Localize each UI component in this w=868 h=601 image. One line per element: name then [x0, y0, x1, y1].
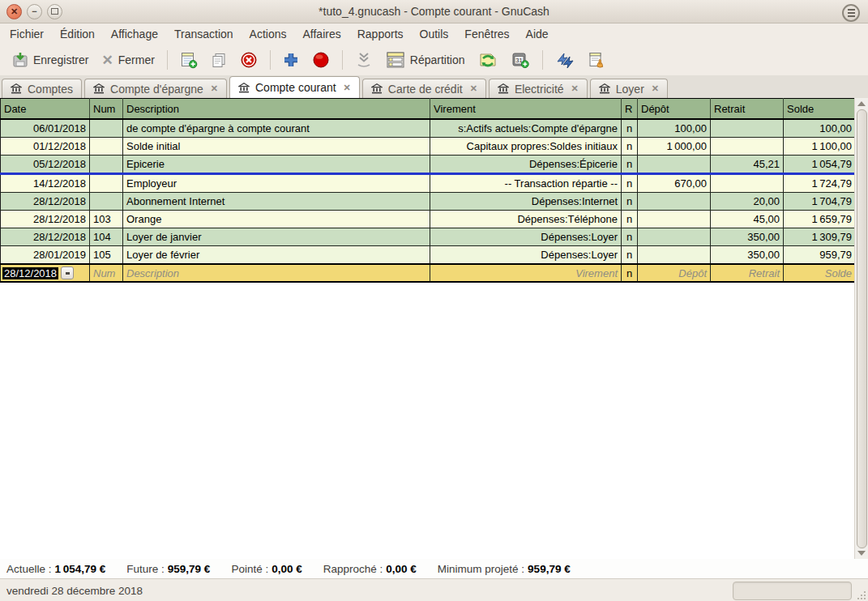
- cell-reconcile[interactable]: n: [622, 228, 638, 246]
- cell-num[interactable]: 104: [90, 228, 123, 246]
- cell-date[interactable]: 01/12/2018: [1, 138, 90, 156]
- transaction-row[interactable]: 05/12/2018 Epicerie Dépenses:Épicerie n …: [1, 156, 856, 174]
- close-register-button[interactable]: ✕ Fermer: [96, 49, 160, 72]
- tab-close-icon[interactable]: ✕: [468, 83, 477, 94]
- cell-virement-edit[interactable]: Virement: [430, 264, 622, 282]
- cell-description[interactable]: Solde initial: [123, 138, 430, 156]
- transaction-row[interactable]: 14/12/2018 Employeur -- Transaction répa…: [1, 174, 856, 193]
- scrollbar-thumb[interactable]: [857, 109, 867, 548]
- scroll-up-icon[interactable]: [857, 101, 866, 106]
- cell-description[interactable]: Employeur: [123, 174, 430, 193]
- resize-grip[interactable]: [857, 590, 866, 600]
- transaction-row[interactable]: 28/12/2018 103 Orange Dépenses:Téléphone…: [1, 211, 856, 228]
- cell-date[interactable]: 28/12/2018: [1, 193, 90, 211]
- blank-transaction-edit-row[interactable]: 28/12/2018 Num Description Virement n Dé…: [1, 264, 856, 282]
- blank-transaction-button[interactable]: [349, 48, 378, 72]
- cell-depot[interactable]: 1 000,00: [638, 138, 711, 156]
- cell-num[interactable]: [90, 138, 123, 156]
- cell-num[interactable]: 105: [90, 246, 123, 265]
- menu-rapports[interactable]: Rapports: [349, 25, 412, 43]
- date-input[interactable]: 28/12/2018: [2, 267, 58, 279]
- cell-virement[interactable]: s:Actifs actuels:Compte d'épargne: [430, 119, 622, 138]
- split-transaction-button[interactable]: Répartition: [380, 48, 471, 72]
- cell-depot[interactable]: [638, 228, 711, 246]
- tab-loyer[interactable]: Loyer ✕: [590, 79, 668, 98]
- cell-reconcile[interactable]: n: [622, 211, 638, 228]
- cell-date[interactable]: 28/12/2018: [1, 228, 90, 246]
- tab-compte-courant[interactable]: Compte courant ✕: [229, 76, 360, 98]
- enter-transaction-button[interactable]: [277, 49, 305, 71]
- cell-date[interactable]: 05/12/2018: [1, 156, 90, 174]
- tab-close-icon[interactable]: ✕: [570, 83, 579, 94]
- transaction-row[interactable]: 01/12/2018 Solde initial Capitaux propre…: [1, 138, 856, 156]
- save-button[interactable]: Enregistrer: [6, 49, 94, 71]
- cell-date[interactable]: 14/12/2018: [1, 174, 90, 193]
- cell-num[interactable]: [90, 156, 123, 174]
- transaction-row[interactable]: 06/01/2018 de compte d'épargne à compte …: [1, 119, 856, 138]
- cell-num[interactable]: [90, 174, 123, 193]
- cancel-transaction-button[interactable]: [306, 48, 336, 72]
- cell-retrait[interactable]: 45,00: [711, 211, 784, 228]
- new-transaction-button[interactable]: [174, 48, 203, 72]
- cell-num[interactable]: [90, 119, 123, 138]
- duplicate-transaction-button[interactable]: [205, 49, 233, 71]
- cell-virement[interactable]: -- Transaction répartie --: [430, 174, 622, 193]
- cell-reconcile[interactable]: n: [622, 174, 638, 193]
- transaction-row[interactable]: 28/12/2018 Abonnement Internet Dépenses:…: [1, 193, 856, 211]
- tab-comptes[interactable]: Comptes: [2, 79, 82, 98]
- cell-virement[interactable]: Dépenses:Loyer: [430, 246, 622, 265]
- cell-virement[interactable]: Capitaux propres:Soldes initiaux: [430, 138, 622, 156]
- cell-depot[interactable]: [638, 193, 711, 211]
- cell-num-edit[interactable]: Num: [90, 264, 123, 282]
- tab-compte-epargne[interactable]: Compte d'épargne ✕: [84, 79, 227, 98]
- menu-actions[interactable]: Actions: [242, 25, 295, 43]
- cell-depot[interactable]: [638, 211, 711, 228]
- cell-description[interactable]: Orange: [123, 211, 430, 228]
- cell-reconcile[interactable]: n: [622, 193, 638, 211]
- tab-close-icon[interactable]: ✕: [342, 83, 351, 93]
- menu-fenetres[interactable]: Fenêtres: [456, 25, 517, 43]
- cell-retrait[interactable]: [711, 119, 784, 138]
- delete-transaction-button[interactable]: [234, 48, 263, 72]
- schedule-button[interactable]: 31: [505, 48, 536, 72]
- cell-date-edit[interactable]: 28/12/2018: [1, 264, 90, 282]
- cell-retrait[interactable]: 20,00: [711, 193, 784, 211]
- menu-outils[interactable]: Outils: [412, 25, 457, 43]
- menu-affichage[interactable]: Affichage: [103, 25, 166, 43]
- jump-button[interactable]: [582, 48, 611, 72]
- cell-virement[interactable]: Dépenses:Loyer: [430, 228, 622, 246]
- exchange-button[interactable]: [472, 48, 503, 72]
- menu-aide[interactable]: Aide: [518, 25, 557, 43]
- menu-fichier[interactable]: Fichier: [2, 25, 52, 43]
- tab-electricite[interactable]: Electricité ✕: [489, 79, 588, 98]
- menu-transaction[interactable]: Transaction: [166, 25, 242, 43]
- menu-affaires[interactable]: Affaires: [295, 25, 349, 43]
- cell-description[interactable]: Abonnement Internet: [123, 193, 430, 211]
- vertical-scrollbar[interactable]: [854, 98, 868, 559]
- cell-reconcile[interactable]: n: [622, 246, 638, 265]
- cell-depot[interactable]: 100,00: [638, 119, 711, 138]
- cell-depot[interactable]: [638, 246, 711, 265]
- cell-num[interactable]: 103: [90, 211, 123, 228]
- cell-description-edit[interactable]: Description: [123, 264, 430, 282]
- tab-close-icon[interactable]: ✕: [650, 83, 659, 94]
- transaction-row[interactable]: 28/12/2018 104 Loyer de janvier Dépenses…: [1, 228, 856, 246]
- scroll-down-icon[interactable]: [857, 551, 866, 556]
- transaction-row[interactable]: 28/01/2019 105 Loyer de février Dépenses…: [1, 246, 856, 265]
- cell-date[interactable]: 06/01/2018: [1, 119, 90, 138]
- menu-edition[interactable]: Édition: [52, 25, 103, 43]
- cell-virement[interactable]: Dépenses:Téléphone: [430, 211, 622, 228]
- cell-virement[interactable]: Dépenses:Épicerie: [430, 156, 622, 174]
- tab-close-icon[interactable]: ✕: [209, 83, 218, 94]
- cell-date[interactable]: 28/01/2019: [1, 246, 90, 265]
- cell-description[interactable]: Loyer de janvier: [123, 228, 430, 246]
- cell-retrait[interactable]: 350,00: [711, 246, 784, 265]
- cell-description[interactable]: Epicerie: [123, 156, 430, 174]
- cell-description[interactable]: de compte d'épargne à compte courant: [123, 119, 430, 138]
- cell-depot[interactable]: 670,00: [638, 174, 711, 193]
- cell-retrait[interactable]: [711, 138, 784, 156]
- transfer-button[interactable]: [549, 48, 580, 72]
- cell-retrait[interactable]: [711, 174, 784, 193]
- cell-depot-edit[interactable]: Dépôt: [638, 264, 711, 282]
- cell-date[interactable]: 28/12/2018: [1, 211, 90, 228]
